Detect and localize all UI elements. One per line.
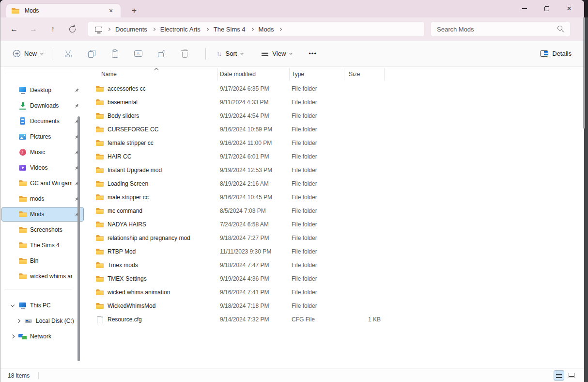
sidebar-item[interactable]: Downloads bbox=[1, 98, 84, 113]
sidebar-item-icon bbox=[18, 210, 27, 218]
sidebar-item[interactable]: Documents bbox=[1, 114, 84, 128]
file-row[interactable]: CURSEFORGE CC 9/16/2024 10:59 PM File fo… bbox=[86, 123, 584, 136]
file-date-modified: 9/18/2024 7:18 PM bbox=[218, 302, 290, 309]
file-row[interactable]: RTBP Mod 11/11/2023 9:30 PM File folder bbox=[86, 245, 584, 258]
sidebar-item-label: Mods bbox=[30, 211, 72, 218]
breadcrumb[interactable]: Documents Electronic Arts The Sims 4 bbox=[88, 21, 425, 37]
column-header-date-modified[interactable]: Date modified bbox=[218, 68, 290, 80]
file-row[interactable]: Resource.cfg 9/14/2024 7:32 PM CFG File … bbox=[86, 313, 584, 326]
column-header-type[interactable]: Type bbox=[290, 68, 344, 80]
share-button[interactable] bbox=[153, 46, 170, 62]
file-date-modified: 11/11/2023 9:30 PM bbox=[218, 248, 290, 255]
tree-chevron-icon[interactable] bbox=[11, 334, 15, 338]
file-row[interactable]: WickedWhimsMod 9/18/2024 7:18 PM File fo… bbox=[86, 299, 584, 313]
breadcrumb-item[interactable]: Electronic Arts bbox=[160, 26, 201, 33]
copy-button[interactable] bbox=[83, 46, 100, 62]
chevron-right-icon[interactable] bbox=[250, 27, 254, 31]
maximize-button[interactable] bbox=[536, 0, 558, 17]
back-button[interactable]: ← bbox=[4, 21, 24, 37]
sidebar-item[interactable]: Music bbox=[1, 145, 84, 159]
file-row[interactable]: wicked whims animation 9/16/2024 7:41 PM… bbox=[86, 286, 584, 299]
sidebar-item[interactable]: The Sims 4 bbox=[1, 238, 84, 253]
sidebar-item-icon bbox=[18, 102, 27, 110]
file-icon bbox=[95, 98, 104, 106]
file-date-modified: 7/24/2024 6:58 AM bbox=[218, 221, 290, 228]
view-button[interactable]: View bbox=[257, 46, 297, 62]
sidebar-item[interactable]: wicked whims anin bbox=[1, 269, 84, 284]
more-options-button[interactable]: ••• bbox=[304, 46, 322, 62]
sidebar-item[interactable]: Desktop bbox=[1, 83, 84, 97]
search-icon[interactable] bbox=[557, 26, 564, 32]
file-date-modified: 9/11/2024 4:33 PM bbox=[218, 99, 290, 106]
window-edge-scrollbar[interactable] bbox=[583, 17, 585, 128]
sidebar-tree-item[interactable]: Network bbox=[1, 329, 84, 344]
file-row[interactable]: Instant Upgrade mod 9/19/2024 12:53 PM F… bbox=[86, 163, 584, 177]
file-type: File folder bbox=[290, 99, 344, 106]
file-row[interactable]: TMEX-Settings 9/19/2024 4:36 PM File fol… bbox=[86, 272, 584, 286]
file-row[interactable]: NADYA HAIRS 7/24/2024 6:58 AM File folde… bbox=[86, 218, 584, 231]
details-view-toggle[interactable] bbox=[554, 370, 564, 381]
sidebar-item[interactable]: Pictures bbox=[1, 129, 84, 144]
file-row[interactable]: male stripper cc 9/16/2024 10:45 PM File… bbox=[86, 191, 584, 204]
file-name: RTBP Mod bbox=[108, 248, 136, 255]
maximize-icon bbox=[544, 6, 549, 11]
tab-mods[interactable]: Mods × bbox=[6, 4, 121, 17]
close-icon: × bbox=[567, 5, 571, 13]
tree-chevron-icon[interactable] bbox=[16, 319, 20, 323]
sidebar-item[interactable]: Bin bbox=[1, 254, 84, 268]
forward-button[interactable]: → bbox=[24, 21, 43, 37]
status-separator bbox=[38, 372, 39, 379]
tab-close-icon[interactable]: × bbox=[106, 6, 116, 16]
sidebar-item[interactable]: mods bbox=[1, 191, 84, 206]
file-row[interactable]: Tmex mods 9/18/2024 7:47 PM File folder bbox=[86, 258, 584, 272]
file-row[interactable]: Loading Screen 8/19/2024 2:16 AM File fo… bbox=[86, 177, 584, 191]
sidebar-item[interactable]: Mods bbox=[1, 207, 84, 222]
sidebar-item-icon bbox=[18, 117, 27, 125]
search-input[interactable] bbox=[437, 26, 557, 33]
column-header-size[interactable]: Size bbox=[344, 68, 385, 80]
sidebar-tree-item[interactable]: Local Disk (C:) bbox=[1, 314, 84, 328]
file-row[interactable]: female stripper cc 9/16/2024 11:00 PM Fi… bbox=[86, 136, 584, 150]
close-button[interactable]: × bbox=[558, 0, 580, 17]
file-icon bbox=[95, 288, 104, 296]
delete-button[interactable] bbox=[176, 46, 193, 62]
file-date-modified: 8/5/2024 7:03 PM bbox=[218, 207, 290, 214]
tree-chevron-icon[interactable] bbox=[11, 303, 15, 307]
search-box[interactable] bbox=[431, 21, 571, 37]
new-tab-button[interactable]: + bbox=[127, 4, 141, 17]
sidebar-tree-item[interactable]: This PC bbox=[1, 298, 84, 313]
chevron-right-icon[interactable] bbox=[107, 27, 110, 31]
rename-button[interactable] bbox=[130, 46, 146, 62]
sidebar-scrollbar[interactable] bbox=[77, 116, 80, 361]
toolbar-separator bbox=[205, 48, 206, 60]
file-date-modified: 9/19/2024 12:53 PM bbox=[218, 167, 290, 174]
minimize-button[interactable] bbox=[513, 0, 536, 17]
file-row[interactable]: relationship and pregnancy mod 9/18/2024… bbox=[86, 231, 584, 245]
details-pane-button[interactable]: Details bbox=[535, 46, 576, 62]
refresh-icon bbox=[69, 26, 76, 32]
breadcrumb-item[interactable]: The Sims 4 bbox=[214, 26, 246, 33]
file-row[interactable]: accessories cc 9/17/2024 6:35 PM File fo… bbox=[86, 82, 584, 96]
column-header-name[interactable]: Name bbox=[86, 68, 218, 80]
file-name: CURSEFORGE CC bbox=[108, 126, 158, 133]
chevron-right-icon[interactable] bbox=[279, 27, 282, 31]
file-row[interactable]: basemental 9/11/2024 4:33 PM File folder bbox=[86, 96, 584, 109]
new-button[interactable]: New bbox=[8, 46, 48, 62]
breadcrumb-item[interactable]: Documents bbox=[115, 26, 147, 33]
up-button[interactable]: ↑ bbox=[43, 21, 62, 37]
paste-button[interactable] bbox=[107, 46, 123, 62]
cut-button[interactable] bbox=[60, 46, 77, 62]
large-icons-view-toggle[interactable] bbox=[566, 370, 577, 381]
sidebar-item[interactable]: Videos bbox=[1, 160, 84, 175]
breadcrumb-item[interactable]: Mods bbox=[259, 26, 274, 33]
chevron-right-icon[interactable] bbox=[152, 27, 155, 31]
tab-bar: Mods × + × bbox=[0, 0, 584, 17]
file-row[interactable]: HAIR CC 9/17/2024 6:01 PM File folder bbox=[86, 150, 584, 163]
file-row[interactable]: Body sliders 9/19/2024 4:54 PM File fold… bbox=[86, 109, 584, 123]
sidebar-item[interactable]: Screenshots bbox=[1, 223, 84, 237]
sort-button[interactable]: ↑↓ Sort bbox=[212, 46, 248, 62]
chevron-right-icon[interactable] bbox=[205, 27, 209, 31]
sidebar-item[interactable]: GC and Wii gam bbox=[1, 176, 84, 191]
file-row[interactable]: mc command 8/5/2024 7:03 PM File folder bbox=[86, 204, 584, 218]
refresh-button[interactable] bbox=[62, 21, 82, 37]
